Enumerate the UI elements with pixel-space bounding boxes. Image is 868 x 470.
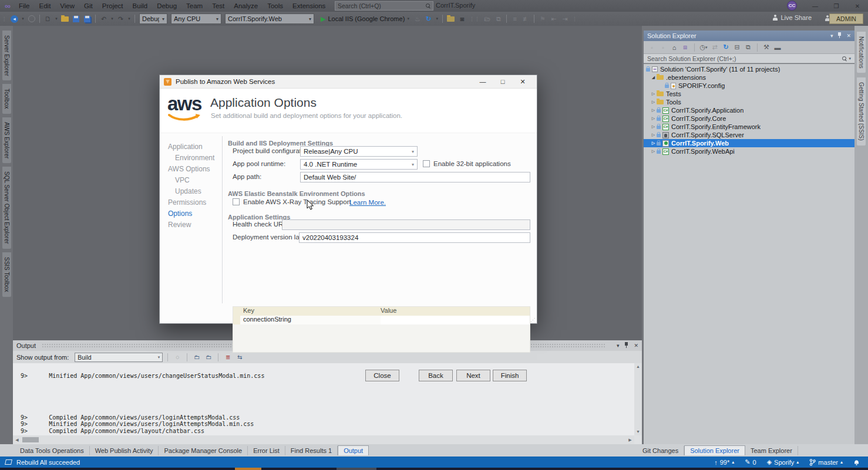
menu-item[interactable]: Debug — [152, 1, 181, 11]
navigate-forward-button[interactable] — [26, 14, 36, 23]
expander-icon[interactable]: ▷ — [650, 100, 657, 104]
tab-data-tools-operations[interactable]: Data Tools Operations — [15, 446, 90, 455]
resize-grip[interactable]: ⋰ — [530, 317, 536, 323]
properties-button[interactable]: ⚒ — [762, 43, 771, 52]
tab-error-list[interactable]: Error List — [248, 446, 285, 455]
navigate-back-button[interactable]: ◂ — [9, 14, 19, 23]
scroll-left-icon[interactable]: ◀ — [13, 438, 21, 442]
restore-button[interactable]: ❐ — [826, 0, 847, 12]
scrollbar-thumb[interactable] — [22, 437, 39, 442]
version-input[interactable] — [299, 232, 530, 243]
undo-button[interactable]: ↶ — [99, 14, 109, 23]
menu-item[interactable]: File — [14, 1, 35, 11]
bookmark-icon[interactable]: ⚑ — [537, 14, 547, 23]
run-target-label[interactable]: Local IIS (Google Chrome) — [328, 15, 405, 22]
branch-button[interactable]: master▴ — [809, 459, 843, 466]
output-horizontal-scrollbar[interactable]: ◀ ▶ — [13, 435, 634, 444]
search-options-dropdown-icon[interactable]: ▾ — [849, 56, 851, 61]
enable-32bit-checkbox[interactable] — [423, 160, 430, 167]
runtime-dropdown[interactable]: 4.0 .NET Runtime▾ — [300, 159, 418, 170]
menu-item[interactable]: Team — [181, 1, 207, 11]
expander-icon[interactable]: ▷ — [650, 92, 657, 96]
tab-find-results[interactable]: Find Results 1 — [285, 446, 338, 455]
expander-icon[interactable]: ▷ — [650, 133, 657, 137]
back-button[interactable]: ◦ — [647, 43, 657, 52]
menu-item[interactable]: Project — [97, 1, 128, 11]
menu-item[interactable]: Test — [207, 1, 229, 11]
live-share-button[interactable]: Live Share — [772, 14, 812, 21]
refresh-button[interactable]: ↻ — [721, 43, 731, 52]
tool-window-tab[interactable]: Toolbox — [2, 84, 11, 113]
close-button[interactable]: Close — [365, 370, 399, 381]
tree-item-project[interactable]: ▷ C# CorrIT.Sporify.EntityFramework — [644, 123, 854, 131]
learn-more-link[interactable]: Learn More. — [349, 199, 386, 206]
clear-all-icon[interactable]: ≣ — [223, 353, 233, 361]
finish-button[interactable]: Finish — [493, 370, 527, 381]
dialog-title-bar[interactable]: Publish to Amazon Web Services — □ ✕ — [160, 75, 537, 89]
scroll-right-icon[interactable]: ▶ — [626, 438, 634, 442]
save-all-button[interactable] — [82, 14, 92, 23]
close-button[interactable]: ✕ — [847, 0, 868, 12]
tree-item-project[interactable]: ▷ C# CorrIT.Sporify.Core — [644, 114, 854, 123]
expander-icon[interactable]: ▷ — [650, 149, 657, 154]
undo-dropdown-icon[interactable]: ▾ — [110, 14, 115, 23]
expander-icon[interactable]: ▷ — [650, 108, 657, 113]
comment-button[interactable]: ≡ — [510, 14, 520, 23]
health-check-input[interactable] — [282, 219, 530, 230]
refresh-button[interactable]: ↻ — [423, 14, 433, 23]
expander-icon[interactable]: ▷ — [650, 141, 657, 146]
menu-item[interactable]: Build — [128, 1, 153, 11]
expander-icon[interactable]: ▷ — [650, 124, 657, 129]
find-in-files-button[interactable] — [446, 14, 456, 23]
pending-edits-button[interactable]: ✎ 0 — [745, 458, 756, 466]
tree-item-folder[interactable]: ▷ Tools — [644, 98, 854, 106]
solution-search-input[interactable] — [647, 55, 842, 62]
pending-changes-filter-button[interactable]: ◷▾ — [699, 43, 708, 52]
tree-item-folder[interactable]: ▷ Tests — [644, 90, 854, 98]
setting-key-cell[interactable]: connectionString — [240, 316, 381, 324]
nav-environment[interactable]: Environment — [168, 152, 218, 163]
setting-value-cell[interactable] — [381, 316, 530, 324]
close-panel-icon[interactable]: ✕ — [846, 33, 851, 39]
forward-button[interactable]: ◦ — [658, 43, 668, 52]
dialog-minimize-button[interactable]: — — [473, 76, 493, 88]
nav-options[interactable]: Options — [168, 208, 218, 219]
back-button[interactable]: Back — [419, 370, 453, 381]
pin-icon[interactable] — [624, 342, 628, 349]
minimize-button[interactable]: — — [805, 0, 826, 12]
hot-reload-icon[interactable]: ♨ — [412, 14, 422, 23]
back-dropdown-icon[interactable]: ▾ — [21, 14, 25, 23]
show-all-files-button[interactable]: ⧉ — [743, 43, 753, 52]
save-button[interactable] — [71, 14, 81, 23]
repository-button[interactable]: ◈ Sporify▴ — [767, 458, 799, 466]
next-bookmark-icon[interactable]: ⇥ — [560, 14, 570, 23]
tool-window-tab[interactable]: Server Explorer — [2, 31, 11, 80]
tree-item-solution[interactable]: ∞ Solution 'CorrIT.Sporify' (11 of 11 pr… — [644, 65, 854, 73]
window-position-dropdown-icon[interactable]: ▾ — [617, 343, 620, 349]
build-config-dropdown[interactable]: Release|Any CPU▾ — [300, 146, 418, 157]
tree-item-folder[interactable]: ◢ .ebextensions — [644, 73, 854, 82]
notifications-bell-icon[interactable] — [853, 459, 860, 466]
start-debugging-icon[interactable]: ▶ — [321, 15, 325, 23]
tree-item-project[interactable]: ▷ C# CorrIT.Sporify.Application — [644, 106, 854, 114]
tool-window-tab[interactable]: Notifications — [857, 32, 866, 73]
nav-updates[interactable]: Updates — [168, 185, 218, 197]
tree-item-project[interactable]: ▷ CorrIT.Sporify.SQLServer — [644, 131, 854, 139]
tab-team-explorer[interactable]: Team Explorer — [745, 446, 798, 455]
scroll-up-icon[interactable]: ▲ — [634, 363, 642, 370]
preview-selected-items-button[interactable]: ▬ — [773, 43, 782, 52]
tool-window-tab[interactable]: Getting Started (SSIS) — [857, 77, 866, 146]
table-row[interactable]: connectionString — [233, 316, 530, 324]
quick-search-box[interactable] — [335, 1, 433, 11]
pin-icon[interactable] — [837, 32, 842, 39]
next-message-icon[interactable]: 🗀 — [204, 353, 213, 361]
tab-output[interactable]: Output — [338, 445, 369, 455]
next-button[interactable]: Next — [456, 370, 490, 381]
sync-with-active-document-button[interactable]: ⇄ — [710, 43, 719, 52]
enable-xray-checkbox[interactable] — [233, 198, 240, 205]
nav-vpc[interactable]: VPC — [168, 174, 218, 185]
prev-bookmark-icon[interactable]: ⇤ — [549, 14, 559, 23]
run-target-dropdown-icon[interactable]: ▾ — [405, 14, 411, 23]
tree-item-project[interactable]: ▷ C# CorrIT.Sporify.WebApi — [644, 147, 854, 155]
refresh-dropdown-icon[interactable]: ▾ — [435, 14, 439, 23]
